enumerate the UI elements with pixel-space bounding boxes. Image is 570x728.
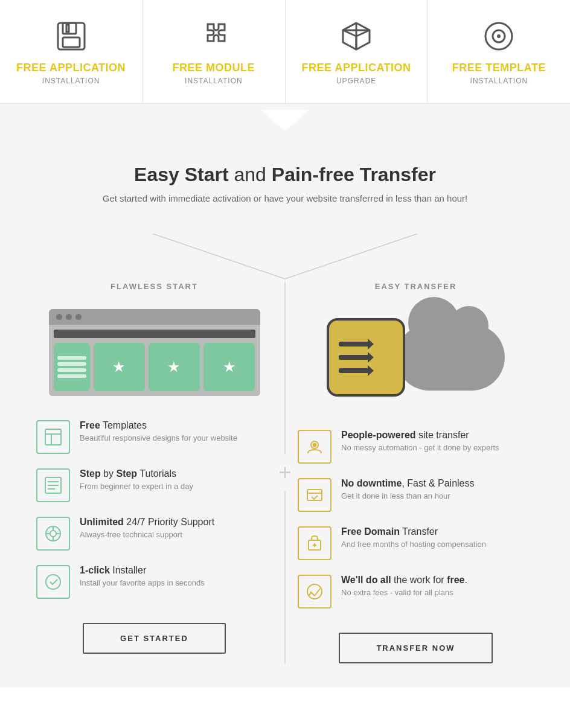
svg-line-8 [285, 234, 418, 279]
right-feature-list: People-powered site transfer No messy au… [298, 430, 534, 608]
section-subtext: Get started with immediate activation or… [24, 193, 546, 203]
svg-point-17 [50, 531, 56, 537]
feature-tutorials: Step by Step Tutorials From beginner to … [36, 468, 272, 502]
free-domain-icon [298, 526, 331, 560]
svg-rect-3 [66, 25, 69, 32]
feature-site-transfer: People-powered site transfer No messy au… [298, 430, 534, 464]
svg-rect-2 [63, 37, 80, 47]
svg-point-6 [497, 34, 501, 38]
svg-point-22 [46, 575, 60, 589]
no-downtime-icon [298, 478, 331, 512]
tutorials-text: Step by Step Tutorials From beginner to … [80, 468, 193, 491]
floppy-icon [53, 18, 89, 54]
section-heading: Easy Start and Pain-free Transfer [24, 164, 546, 186]
banner-subtitle-module-install: INSTALLATION [185, 77, 243, 85]
banner-subtitle-template-install: INSTALLATION [470, 77, 528, 85]
support-text: Unlimited 24/7 Priority Support Always-f… [80, 517, 214, 539]
feature-installer: 1-click Installer Install your favorite … [36, 565, 272, 599]
banner-title-app-install: FREE APPLICATION [16, 62, 126, 74]
banner-item-module-install: FREE MODULE INSTALLATION [142, 0, 285, 103]
cube-icon [338, 18, 374, 54]
svg-line-7 [152, 234, 285, 279]
feature-do-all: We'll do all the work for free. No extra… [298, 575, 534, 608]
feature-free-domain: Free Domain Transfer And free months of … [298, 526, 534, 560]
feature-templates: Free Templates Beautiful responsive desi… [36, 420, 272, 454]
v-shape-decoration [24, 234, 546, 282]
feature-no-downtime: No downtime, Fast & Painless Get it done… [298, 478, 534, 512]
column-divider: + [284, 282, 286, 663]
get-started-button[interactable]: GET STARTED [83, 623, 226, 654]
site-transfer-text: People-powered site transfer No messy au… [341, 430, 499, 452]
disc-icon [481, 18, 517, 54]
svg-line-33 [309, 592, 312, 596]
banner-title-module-install: FREE MODULE [173, 62, 255, 74]
transfer-illustration [298, 309, 534, 406]
left-feature-list: Free Templates Beautiful responsive desi… [36, 420, 272, 599]
banner-subtitle-app-install: INSTALLATION [42, 77, 100, 85]
main-section: Easy Start and Pain-free Transfer Get st… [0, 133, 570, 688]
right-column: EASY TRANSFER [286, 282, 546, 663]
columns-wrapper: FLAWLESS START [24, 282, 546, 663]
banner-item-app-install: FREE APPLICATION INSTALLATION [0, 0, 142, 103]
arrow-divider [0, 104, 570, 133]
no-downtime-text: No downtime, Fast & Painless Get it done… [341, 478, 474, 500]
templates-text: Free Templates Beautiful responsive desi… [80, 420, 237, 442]
top-banner: FREE APPLICATION INSTALLATION FREE MODUL… [0, 0, 570, 104]
banner-item-app-upgrade: FREE APPLICATION UPGRADE [286, 0, 428, 103]
banner-item-template-install: FREE TEMPLATE INSTALLATION [428, 0, 570, 103]
browser-illustration: ★ ★ ★ [36, 309, 272, 396]
svg-rect-9 [45, 429, 61, 445]
templates-icon [36, 420, 70, 454]
left-col-header: FLAWLESS START [36, 282, 272, 291]
feature-support: Unlimited 24/7 Priority Support Always-f… [36, 517, 272, 551]
do-all-icon [298, 575, 331, 608]
site-transfer-icon [298, 430, 331, 464]
installer-text: 1-click Installer Install your favorite … [80, 565, 205, 587]
transfer-now-btn-row: TRANSFER NOW [298, 633, 534, 663]
support-icon [36, 517, 70, 551]
banner-title-template-install: FREE TEMPLATE [452, 62, 546, 74]
installer-icon [36, 565, 70, 599]
banner-subtitle-app-upgrade: UPGRADE [336, 77, 376, 85]
plus-icon: + [278, 454, 291, 491]
svg-point-30 [307, 584, 322, 599]
get-started-btn-row: GET STARTED [36, 623, 272, 654]
free-domain-text: Free Domain Transfer And free months of … [341, 526, 486, 549]
puzzle-icon [196, 18, 232, 54]
do-all-text: We'll do all the work for free. No extra… [341, 575, 467, 597]
tutorials-icon [36, 468, 70, 502]
left-column: FLAWLESS START [24, 282, 284, 663]
svg-point-24 [313, 444, 316, 447]
transfer-now-button[interactable]: TRANSFER NOW [339, 633, 492, 663]
svg-line-32 [315, 589, 320, 596]
banner-title-app-upgrade: FREE APPLICATION [302, 62, 411, 74]
right-col-header: EASY TRANSFER [298, 282, 534, 291]
